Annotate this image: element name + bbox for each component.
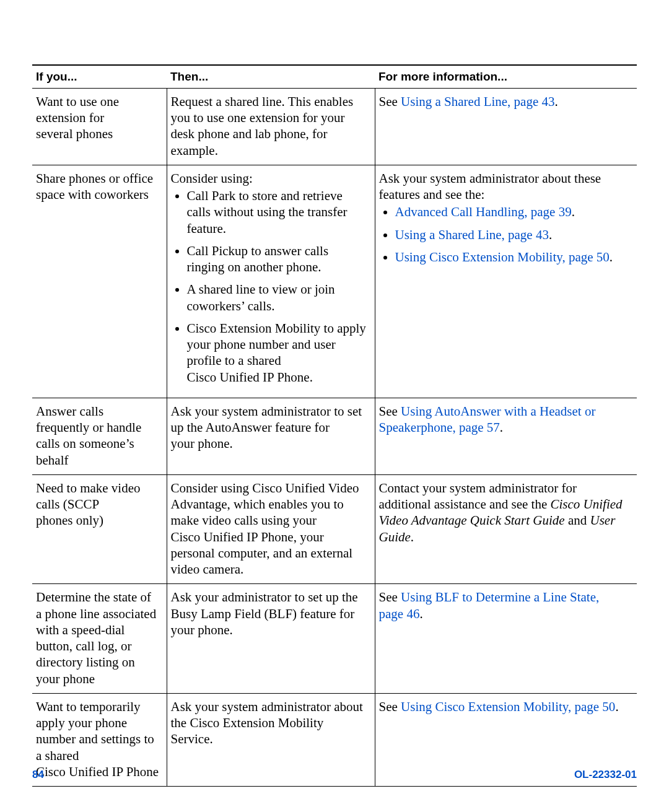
list-item: Using a Shared Line, page 43.	[395, 227, 631, 243]
table-row: Answer calls frequently or handle calls …	[32, 398, 637, 474]
cell-then: Ask your system administrator to set up …	[167, 398, 375, 474]
cell-more-info: See Using AutoAnswer with a Headset or S…	[375, 398, 637, 474]
link-suffix: .	[572, 204, 575, 219]
link-shared-line[interactable]: Using a Shared Line, page 43	[395, 227, 549, 242]
cell-if-you: Share phones or office space with cowork…	[32, 165, 167, 398]
table-row: Need to make video calls (SCCP phones on…	[32, 474, 637, 584]
document-id: OL-22332-01	[574, 768, 637, 781]
table-header-row: If you... Then... For more information..…	[32, 65, 637, 88]
link-blf[interactable]: Using BLF to Determine a Line State, pag…	[379, 590, 600, 621]
cell-then: Ask your administrator to set up the Bus…	[167, 584, 375, 694]
see-prefix: See	[379, 94, 401, 109]
link-suffix: .	[555, 94, 558, 109]
table-row: Want to use one extension for several ph…	[32, 88, 637, 165]
more-intro: Ask your system administrator about thes…	[379, 170, 631, 203]
see-prefix: See	[379, 699, 401, 714]
then-intro: Consider using:	[171, 170, 369, 186]
link-advanced-call-handling[interactable]: Advanced Call Handling, page 39	[395, 204, 572, 219]
more-rich-post: .	[411, 530, 414, 544]
column-header-if-you: If you...	[32, 65, 167, 88]
reference-table: If you... Then... For more information..…	[32, 64, 637, 787]
cell-more-info: See Using a Shared Line, page 43.	[375, 88, 637, 165]
more-rich-mid: and	[565, 513, 590, 528]
link-extension-mobility[interactable]: Using Cisco Extension Mobility, page 50	[395, 250, 610, 264]
cell-if-you: Determine the state of a phone line asso…	[32, 584, 167, 694]
cell-more-info: Contact your system administrator for ad…	[375, 474, 637, 584]
link-autoanswer[interactable]: Using AutoAnswer with a Headset or Speak…	[379, 404, 596, 435]
see-prefix: See	[379, 590, 401, 605]
link-suffix: .	[549, 227, 552, 242]
cell-if-you: Need to make video calls (SCCP phones on…	[32, 474, 167, 584]
cell-more-info: See Using BLF to Determine a Line State,…	[375, 584, 637, 694]
link-suffix: .	[610, 250, 613, 264]
document-page: If you... Then... For more information..…	[0, 0, 669, 812]
list-item: Advanced Call Handling, page 39.	[395, 204, 631, 220]
cell-then: Request a shared line. This enables you …	[167, 88, 375, 165]
table-row: Determine the state of a phone line asso…	[32, 584, 637, 694]
link-suffix: .	[500, 420, 503, 435]
link-suffix: .	[419, 606, 422, 621]
list-item: Cisco Extension Mobility to apply your p…	[187, 320, 369, 385]
list-item: Call Park to store and retrieve calls wi…	[187, 188, 369, 237]
cell-if-you: Answer calls frequently or handle calls …	[32, 398, 167, 474]
page-number: 84	[32, 768, 44, 781]
list-item: A shared line to view or join coworkers’…	[187, 281, 369, 314]
table-row: Share phones or office space with cowork…	[32, 165, 637, 398]
list-item: Using Cisco Extension Mobility, page 50.	[395, 249, 631, 265]
then-bullet-list: Call Park to store and retrieve calls wi…	[171, 188, 369, 385]
column-header-more-info: For more information...	[375, 65, 637, 88]
link-extension-mobility[interactable]: Using Cisco Extension Mobility, page 50	[401, 699, 615, 714]
cell-if-you: Want to use one extension for several ph…	[32, 88, 167, 165]
more-rich-pre: Contact your system administrator for ad…	[379, 481, 577, 512]
cell-then: Consider using Cisco Unified Video Advan…	[167, 474, 375, 584]
cell-then: Consider using: Call Park to store and r…	[167, 165, 375, 398]
link-suffix: .	[615, 699, 618, 714]
link-shared-line[interactable]: Using a Shared Line, page 43	[401, 94, 554, 109]
cell-more-info: Ask your system administrator about thes…	[375, 165, 637, 398]
page-footer: 84 OL-22332-01	[32, 768, 637, 781]
column-header-then: Then...	[167, 65, 375, 88]
more-link-list: Advanced Call Handling, page 39. Using a…	[379, 204, 631, 265]
list-item: Call Pickup to answer calls ringing on a…	[187, 243, 369, 276]
see-prefix: See	[379, 404, 401, 419]
